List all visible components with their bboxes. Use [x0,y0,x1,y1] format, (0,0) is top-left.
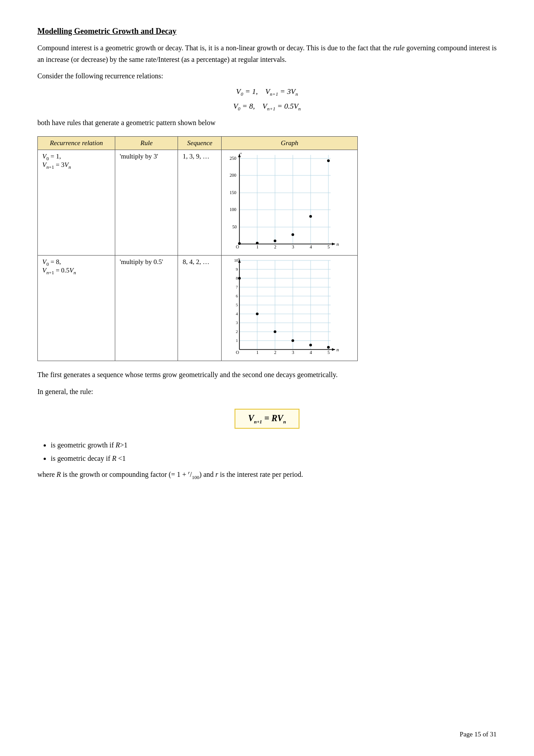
recurrence-table: Recurrence relation Rule Sequence Graph … [37,136,358,361]
page-title: Modelling Geometric Growth and Decay [37,27,497,36]
svg-text:1: 1 [256,350,259,355]
svg-text:Vn: Vn [237,153,242,155]
svg-text:3: 3 [292,244,294,249]
svg-text:n: n [336,241,339,247]
svg-text:O: O [236,244,239,249]
svg-text:2: 2 [274,244,276,249]
col-header-sequence: Sequence [178,137,222,150]
svg-text:200: 200 [230,173,236,178]
svg-text:1: 1 [236,338,238,343]
svg-text:6: 6 [236,294,238,298]
svg-text:3: 3 [292,350,294,355]
svg-text:7: 7 [236,285,238,289]
point-n2 [274,240,276,242]
svg-text:4: 4 [236,312,238,316]
point-n5 [327,159,330,162]
cell-recurrence-1: V0 = 1, Vn+1 = 3Vn [38,150,115,256]
cell-sequence-2: 8, 4, 2, … [178,256,222,361]
svg-text:100: 100 [230,207,236,212]
svg-text:1: 1 [256,244,259,249]
graph-decay-svg: .grid-line2 { stroke: #aad0e0; stroke-wi… [226,258,342,356]
col-header-graph: Graph [222,137,358,150]
page-number: Page 15 of 31 [460,731,497,738]
graph-growth-svg: .grid-line { stroke: #aad0e0; stroke-wid… [226,153,342,251]
paragraph-4: The first generates a sequence whose ter… [37,369,497,381]
svg-text:4: 4 [310,244,312,249]
cell-recurrence-2: V0 = 8, Vn+1 = 0.5Vn [38,256,115,361]
table-row-1: V0 = 1, Vn+1 = 3Vn 'multiply by 3' 1, 3,… [38,150,358,256]
paragraph-5: In general, the rule: [37,386,497,398]
svg-text:250: 250 [230,156,236,161]
cell-rule-1: 'multiply by 3' [115,150,178,256]
svg-marker-44 [332,348,335,351]
equation-1: V0 = 1, Vn+1 = 3Vn [37,87,497,97]
decay-point-n3 [291,339,294,342]
bullet-list: is geometric growth if R>1 is geometric … [51,439,497,464]
svg-text:3: 3 [236,321,238,325]
highlight-formula: Vn+1 = RVn [235,409,299,429]
svg-text:5: 5 [328,244,330,249]
decay-point-n2 [274,330,276,333]
paragraph-3: both have rules that generate a geometri… [37,117,497,129]
svg-text:9: 9 [236,267,238,272]
point-n4 [309,215,312,218]
paragraph-2: Consider the following recurrence relati… [37,70,497,82]
svg-text:2: 2 [274,350,276,355]
svg-text:2: 2 [236,329,238,334]
cell-sequence-1: 1, 3, 9, … [178,150,222,256]
point-n3 [291,233,294,236]
cell-rule-2: 'multiply by 0.5' [115,256,178,361]
svg-text:150: 150 [230,190,236,195]
point-n1 [256,242,259,244]
bullet-item-1: is geometric growth if R>1 [51,439,497,451]
svg-marker-12 [332,243,335,245]
svg-text:5: 5 [328,350,330,355]
decay-point-n0 [238,277,241,280]
paragraph-6: where R is the growth or compounding fac… [37,469,497,481]
svg-text:5: 5 [236,303,238,307]
paragraph-1: Compound interest is a geometric growth … [37,42,497,65]
equation-2: V0 = 8, Vn+1 = 0.5Vn [37,102,497,111]
svg-text:O: O [236,350,239,355]
svg-text:8: 8 [236,276,238,280]
cell-graph-1: .grid-line { stroke: #aad0e0; stroke-wid… [222,150,358,256]
decay-point-n4 [309,344,312,346]
formula-centered: Vn+1 = RVn [37,402,497,435]
cell-graph-2: .grid-line2 { stroke: #aad0e0; stroke-wi… [222,256,358,361]
col-header-rule: Rule [115,137,178,150]
decay-point-n1 [256,313,259,315]
col-header-recurrence: Recurrence relation [38,137,115,150]
svg-text:n: n [336,347,339,352]
svg-text:10: 10 [234,258,239,263]
svg-text:4: 4 [310,350,312,355]
point-n0 [238,242,241,245]
svg-text:50: 50 [232,224,237,229]
bullet-item-2: is geometric decay if R <1 [51,453,497,464]
table-row-2: V0 = 8, Vn+1 = 0.5Vn 'multiply by 0.5' 8… [38,256,358,361]
decay-point-n5 [327,346,330,349]
